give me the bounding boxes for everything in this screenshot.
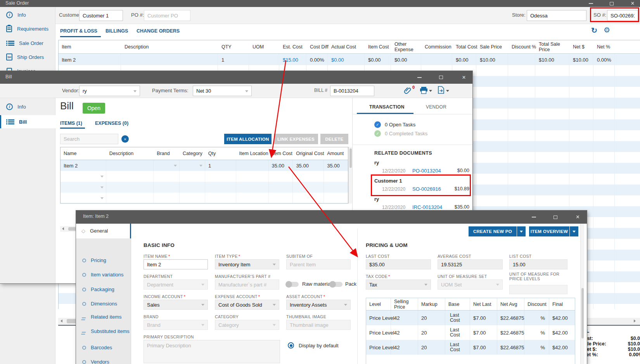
col-discount[interactable]: Discount % — [509, 40, 536, 53]
create-new-po-button[interactable]: CREATE NEW PO — [469, 226, 517, 236]
tab-profit-loss[interactable]: PROFIT & LOSS — [60, 28, 97, 34]
scroll-right-icon[interactable] — [634, 319, 636, 323]
est-cost-link[interactable]: $15.00 — [280, 57, 307, 63]
tab-change-orders[interactable]: CHANGE ORDERS — [137, 28, 180, 34]
pack-toggle[interactable] — [330, 282, 342, 287]
col-est-cost[interactable]: Est. Cost — [280, 40, 307, 53]
col-qty[interactable]: Qty — [205, 147, 236, 160]
payment-terms-select[interactable]: Net 30 — [193, 86, 252, 96]
export-icon[interactable] — [438, 86, 445, 96]
maximize-icon[interactable] — [547, 210, 564, 224]
col-cost-diff[interactable]: Cost Diff — [307, 40, 328, 53]
primary-description-textarea[interactable] — [144, 340, 280, 363]
col-net-avg[interactable]: Net Avg — [497, 298, 524, 310]
raw-material-toggle[interactable] — [286, 282, 299, 287]
thumbnail-image-field[interactable]: Thumbnail image — [286, 320, 351, 330]
income-account-select[interactable]: Sales — [144, 300, 208, 310]
table-row-empty[interactable] — [61, 182, 348, 193]
sidebar-item-related-items[interactable]: Related items — [82, 316, 121, 320]
col-category[interactable]: Category — [180, 147, 205, 160]
col-description[interactable]: Description — [121, 40, 218, 53]
sidebar-item-sale-order[interactable]: Sale Order — [8, 40, 43, 46]
col-net-dollar[interactable]: Net $ — [570, 40, 594, 53]
col-base[interactable]: Base — [445, 298, 470, 310]
refresh-icon[interactable]: ↻ — [591, 26, 597, 35]
chevron-down-icon[interactable] — [100, 186, 104, 188]
col-final[interactable]: Final — [549, 298, 575, 310]
col-brand[interactable]: Brand — [154, 147, 180, 160]
sidebar-item-general[interactable]: ◇ General — [76, 224, 131, 238]
item-overview-menu-button[interactable] — [570, 226, 578, 236]
item-vertical-scrollbar[interactable] — [580, 224, 584, 364]
table-row[interactable]: Item 2 1 $15.00 0.00% $0.00 $0.00 $0.00 … — [59, 54, 640, 65]
sidebar-item-ship-orders[interactable]: Ship Orders — [6, 53, 44, 60]
manufacturer-part-field[interactable]: Manufacturer`s part # — [215, 279, 279, 290]
price-level-row[interactable]: Price Level 42 20 Last Cost $7.00 $22.46… — [366, 311, 575, 325]
sidebar-item-info[interactable]: Info — [6, 104, 26, 110]
tab-billings[interactable]: BILLINGS — [106, 28, 128, 34]
list-cost-field[interactable]: 15.00 — [509, 259, 567, 269]
scroll-left-icon[interactable] — [62, 227, 64, 230]
po-input[interactable] — [144, 10, 190, 21]
close-icon[interactable]: × — [625, 0, 640, 7]
col-amount[interactable]: Amount — [324, 147, 348, 160]
close-icon[interactable]: × — [569, 210, 587, 224]
bill-titlebar[interactable]: Bill × — [0, 71, 472, 84]
scrollbar-thumb[interactable] — [581, 288, 584, 338]
item-allocation-button[interactable]: ITEM ALLOCATION — [224, 134, 272, 144]
display-by-default-radio[interactable] — [288, 342, 294, 348]
sale-order-titlebar[interactable]: Sale Order × — [0, 0, 640, 7]
chevron-down-icon[interactable] — [174, 165, 177, 167]
chevron-down-icon[interactable] — [199, 165, 202, 167]
table-row-empty[interactable] — [61, 193, 348, 203]
tax-code-select[interactable]: Tax — [366, 279, 431, 290]
tab-transaction[interactable]: TRANSACTION — [369, 104, 405, 110]
gear-icon[interactable]: ⚙ — [604, 26, 610, 35]
customer-input[interactable] — [79, 10, 123, 21]
clear-search-icon[interactable]: × — [121, 135, 129, 143]
col-item-cost[interactable]: Item Cost — [365, 40, 391, 53]
col-net-last[interactable]: Net Last — [470, 298, 497, 310]
actual-cost-link[interactable]: $0.00 — [328, 57, 365, 63]
chevron-down-icon[interactable] — [100, 176, 104, 178]
minimize-icon[interactable] — [584, 0, 598, 7]
expense-account-select[interactable]: Cost of Goods Sold — [215, 300, 279, 310]
table-row-empty[interactable] — [61, 171, 348, 182]
search-input[interactable] — [60, 134, 118, 144]
bill-number-input[interactable] — [330, 86, 374, 96]
col-original-cost[interactable]: Original Cost — [293, 147, 324, 160]
last-cost-field[interactable]: $35.00 — [366, 259, 431, 269]
export-menu-chevron-icon[interactable] — [446, 90, 449, 92]
paperclip-icon[interactable] — [403, 86, 412, 97]
col-name[interactable]: Name — [61, 147, 106, 160]
scrollbar-thumb[interactable] — [349, 148, 352, 168]
tab-vendor[interactable]: VENDOR — [426, 104, 446, 110]
uom-set-select[interactable]: UOM Set — [438, 279, 503, 290]
col-item[interactable]: Item — [59, 40, 121, 53]
vendor-select[interactable]: ry — [79, 86, 140, 96]
sidebar-item-dimensions[interactable]: Dimensions — [82, 301, 117, 307]
col-uom[interactable]: UOM — [249, 40, 280, 53]
col-sale-price[interactable]: Sale Price — [477, 40, 509, 53]
col-qty[interactable]: QTY — [218, 40, 249, 53]
col-description[interactable]: Description — [106, 147, 154, 160]
minimize-icon[interactable] — [525, 210, 542, 224]
sidebar-item-item-variations[interactable]: Item variations — [82, 272, 124, 278]
col-total-cost[interactable]: Total Cost — [453, 40, 477, 53]
close-icon[interactable]: × — [455, 71, 472, 84]
department-select[interactable]: Department — [144, 279, 208, 290]
sidebar-item-packaging[interactable]: Packaging — [82, 286, 114, 292]
col-net-pct[interactable]: Net % — [594, 40, 615, 53]
sidebar-item-barcodes[interactable]: Barcodes — [82, 345, 112, 350]
col-total-sale-price[interactable]: Total Sale Price — [536, 40, 570, 53]
maximize-icon[interactable] — [605, 0, 619, 7]
sidebar-item-vendors[interactable]: Vendors — [82, 359, 109, 364]
price-level-row[interactable]: Price Level 42 20 Last Cost $7.00 $22.46… — [366, 325, 575, 340]
print-menu-chevron-icon[interactable] — [429, 90, 432, 92]
tab-items[interactable]: ITEMS (1) — [60, 121, 82, 126]
scroll-left-icon[interactable] — [61, 319, 62, 323]
sidebar-item-substituted-items[interactable]: Substituted items — [82, 330, 130, 334]
doc-link[interactable]: SO-0026916 — [412, 186, 441, 192]
item-titlebar[interactable]: Item: Item 2 × — [76, 210, 587, 224]
item-type-select[interactable]: Inventory Item — [215, 259, 279, 269]
